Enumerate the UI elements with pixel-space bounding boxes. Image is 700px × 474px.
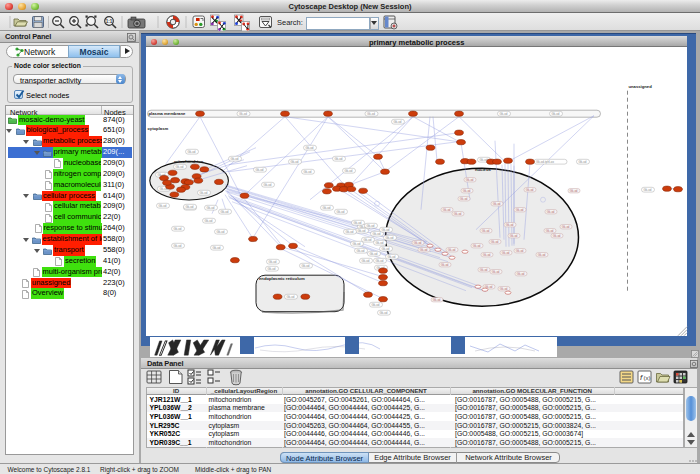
svg-text:Gk-xd: Gk-xd (323, 206, 331, 210)
svg-text:Gk-xd: Gk-xd (394, 120, 402, 124)
svg-text:Gk-xd: Gk-xd (448, 248, 456, 252)
svg-text:Gk-xd: Gk-xd (335, 157, 343, 161)
svg-text:Gk-xd: Gk-xd (382, 228, 390, 232)
svg-text:Gk-xd: Gk-xd (492, 270, 500, 274)
svg-text:cytoplasm: cytoplasm (148, 126, 169, 131)
svg-text:Gk-xd: Gk-xd (491, 240, 499, 244)
svg-text:Gk-xd: Gk-xd (159, 204, 167, 208)
svg-text:Gk-xd: Gk-xd (516, 208, 524, 212)
svg-text:Gk-xd: Gk-xd (480, 268, 488, 272)
svg-text:Gk-xd: Gk-xd (414, 241, 422, 245)
svg-text:Gk-xd: Gk-xd (337, 210, 345, 214)
svg-text:Gk-xd: Gk-xd (174, 227, 182, 231)
svg-text:Gk-xd: Gk-xd (291, 160, 299, 164)
svg-text:Gk-xd: Gk-xd (239, 112, 247, 116)
svg-text:plasma membrane: plasma membrane (149, 112, 186, 117)
svg-text:Gk-xd: Gk-xd (382, 247, 390, 251)
svg-text:Gk-xd: Gk-xd (551, 112, 559, 116)
svg-text:Gk-xd: Gk-xd (354, 221, 362, 225)
svg-text:Gk-xd: Gk-xd (304, 170, 312, 174)
svg-text:Gk-xd: Gk-xd (373, 232, 381, 236)
svg-text:nucleus: nucleus (475, 167, 491, 172)
svg-text:Gk-xd: Gk-xd (306, 146, 314, 150)
svg-text:Gk-xd: Gk-xd (482, 229, 490, 233)
svg-text:Gk-xd: Gk-xd (510, 234, 518, 238)
svg-text:Gk-xd: Gk-xd (420, 248, 428, 252)
svg-text:mitochondrion: mitochondrion (174, 159, 204, 164)
svg-text:Gk-xd: Gk-xd (483, 253, 491, 257)
svg-text:Gk-xd: Gk-xd (500, 287, 508, 291)
svg-text:Gk-xd: Gk-xd (388, 255, 396, 259)
svg-text:Gk-xd: Gk-xd (205, 219, 213, 223)
svg-text:Gk-xd: Gk-xd (546, 229, 554, 233)
svg-text:Gk-xd: Gk-xd (357, 249, 365, 253)
svg-text:Gk-xd: Gk-xd (186, 205, 194, 209)
svg-text:Gk-xd: Gk-xd (200, 191, 208, 195)
svg-text:Gk-xd: Gk-xd (372, 303, 380, 307)
svg-text:Gk-xd: Gk-xd (466, 178, 474, 182)
svg-text:Gk-xd: Gk-xd (643, 188, 651, 192)
svg-text:Gk-xd: Gk-xd (302, 264, 310, 268)
svg-text:Gk-xd: Gk-xd (376, 241, 384, 245)
svg-text:Gk-xd: Gk-xd (553, 234, 561, 238)
svg-text:unassigned: unassigned (628, 84, 652, 89)
svg-text:Gk-xd: Gk-xd (176, 165, 184, 169)
svg-text:Gk-xd: Gk-xd (213, 246, 221, 250)
svg-text:Gk-xd: Gk-xd (562, 225, 570, 229)
svg-text:Gk-xd: Gk-xd (506, 223, 514, 227)
svg-text:Gk-xd: Gk-xd (207, 206, 215, 210)
svg-text:Gk-xd: Gk-xd (526, 188, 534, 192)
svg-text:Gk-xd: Gk-xd (502, 251, 510, 255)
svg-text:Gk-xd-tphl-ox: Gk-xd-tphl-ox (536, 160, 554, 164)
svg-text:Gk-xd: Gk-xd (499, 112, 507, 116)
svg-text:Gk-xd: Gk-xd (570, 189, 578, 193)
svg-text:Gk-xd: Gk-xd (460, 197, 468, 201)
svg-text:Gk-xd: Gk-xd (364, 238, 372, 242)
svg-text:Gk-xd: Gk-xd (370, 252, 378, 256)
svg-text:Gk-xd: Gk-xd (188, 150, 196, 154)
svg-text:Gk-xd: Gk-xd (376, 259, 384, 263)
svg-text:Gk-xd: Gk-xd (578, 160, 586, 164)
svg-text:Gk-xd: Gk-xd (367, 224, 375, 228)
svg-text:Gk-xd: Gk-xd (538, 253, 546, 257)
svg-text:Gk-xd: Gk-xd (264, 183, 272, 187)
svg-text:Gk-xd: Gk-xd (256, 168, 264, 172)
svg-text:Gk-xd: Gk-xd (493, 202, 501, 206)
svg-text:Gk-xd: Gk-xd (386, 236, 394, 240)
svg-text:Gk-xd: Gk-xd (362, 259, 370, 263)
svg-text:Gk-xd: Gk-xd (268, 267, 276, 271)
svg-text:Gk-xd: Gk-xd (443, 208, 451, 212)
svg-text:Gk-xd: Gk-xd (358, 229, 366, 233)
svg-text:Gk-xd: Gk-xd (433, 298, 441, 302)
svg-text:Gk-xd: Gk-xd (516, 249, 524, 253)
svg-text:Gk-xd: Gk-xd (287, 295, 295, 299)
svg-text:Gk-xd: Gk-xd (174, 244, 182, 248)
svg-text:Gk-xd: Gk-xd (380, 311, 388, 315)
svg-text:Gk-xd: Gk-xd (346, 230, 354, 234)
svg-text:Gk-xd: Gk-xd (221, 210, 229, 214)
svg-text:(x): (x) (644, 375, 651, 381)
svg-text:Gk-xd: Gk-xd (517, 272, 525, 276)
svg-text:Gk-xd: Gk-xd (217, 230, 225, 234)
svg-text:endoplasmic reticulum: endoplasmic reticulum (259, 276, 305, 281)
svg-text:Gk-xd: Gk-xd (367, 112, 375, 116)
svg-text:Gk-xd: Gk-xd (353, 242, 361, 246)
svg-text:Gk-xd: Gk-xd (231, 157, 239, 161)
svg-text:Gk-xd: Gk-xd (441, 263, 449, 267)
svg-text:Gk-xd: Gk-xd (547, 210, 555, 214)
svg-text:Gk-xd: Gk-xd (269, 260, 277, 264)
svg-text:Gk-xd: Gk-xd (473, 244, 481, 248)
svg-text:Gk-xd: Gk-xd (454, 212, 462, 216)
svg-text:Gk-xd: Gk-xd (345, 169, 353, 173)
svg-text:Gk-xd: Gk-xd (463, 189, 471, 193)
